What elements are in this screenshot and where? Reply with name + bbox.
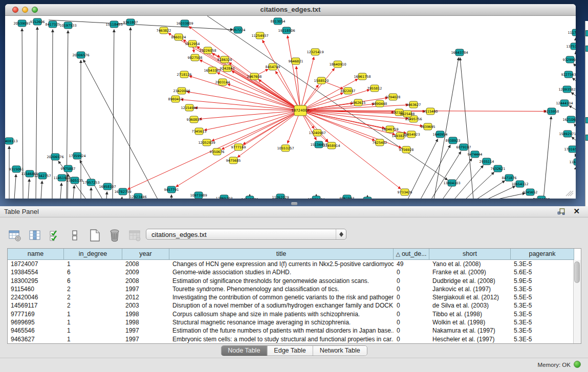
network-node[interactable]: 16543382 [204, 67, 221, 74]
citation-edge[interactable] [572, 137, 576, 140]
network-node[interactable]: 9329966 [563, 56, 576, 63]
column-header-out_de[interactable]: △out_de... [394, 249, 429, 260]
network-node[interactable]: 12865203 [215, 195, 232, 199]
network-node[interactable]: 8938923 [446, 137, 461, 144]
network-node[interactable]: 9115460 [423, 108, 438, 115]
citation-edge[interactable] [187, 92, 300, 111]
network-node[interactable]: 17359924 [69, 152, 85, 159]
network-node[interactable]: 8215958 [545, 108, 559, 115]
column-header-in_degree[interactable]: in_degree [64, 249, 122, 260]
citation-network-graph[interactable]: 1872400774638228660124591295423226058982… [5, 16, 576, 199]
import-table-icon[interactable] [127, 228, 142, 243]
select-rows-icon[interactable] [47, 228, 62, 243]
network-node[interactable]: 2718126 [177, 71, 192, 78]
table-selector-dropdown[interactable]: citations_edges.txt [146, 229, 346, 240]
float-panel-icon[interactable] [557, 208, 565, 215]
network-node[interactable]: 9227343 [561, 71, 576, 78]
network-node[interactable]: 12154944 [181, 104, 198, 111]
network-node[interactable]: 17957253 [82, 179, 99, 186]
citation-edge[interactable] [543, 116, 551, 199]
citation-edge[interactable] [288, 35, 300, 111]
citation-edge[interactable] [14, 174, 16, 199]
network-node[interactable]: 2935114 [480, 158, 494, 165]
network-node[interactable]: 15118493 [105, 21, 122, 28]
citation-edge[interactable] [434, 57, 459, 199]
network-node[interactable]: 17240987 [309, 129, 325, 136]
table-row[interactable]: 946554611997Estimation of the future num… [8, 326, 581, 335]
vertical-scrollbar[interactable] [573, 260, 581, 343]
citation-edge[interactable] [52, 29, 53, 199]
network-node[interactable]: 10408113 [5, 138, 18, 144]
close-panel-icon[interactable]: ✕ [573, 207, 580, 216]
tab-edge-table[interactable]: Edge Table [267, 346, 313, 356]
table-row[interactable]: 911546021997Tourette syndrome. Phenomeno… [8, 285, 581, 293]
row-height-icon[interactable] [67, 228, 82, 243]
citation-edge[interactable] [443, 159, 472, 199]
network-node[interactable]: 9794028 [386, 94, 401, 100]
citation-edge[interactable] [60, 183, 61, 199]
network-node[interactable]: 8471876 [502, 174, 517, 181]
network-node[interactable]: 9463627 [406, 101, 421, 108]
network-node[interactable]: 7625402 [373, 139, 387, 146]
table-row[interactable]: 946362711997Embryonic stem cells: a mode… [8, 335, 581, 343]
network-node[interactable]: 18640910 [329, 61, 346, 68]
network-node[interactable]: 11254937 [251, 32, 268, 39]
citation-edge[interactable] [574, 124, 576, 126]
citation-edge[interactable] [460, 57, 473, 199]
network-node[interactable]: 11175064 [568, 29, 576, 36]
citation-edge[interactable] [572, 78, 576, 81]
network-node[interactable]: 2803144 [215, 79, 230, 85]
citation-edge[interactable] [207, 16, 448, 180]
network-node[interactable]: 20306576 [72, 52, 89, 58]
network-node[interactable]: 9245652 [523, 189, 538, 195]
network-node[interactable]: 12439803 [533, 196, 550, 199]
table-row[interactable]: 2242004622012Investigating the contribut… [8, 293, 581, 301]
delete-table-icon[interactable] [107, 228, 122, 243]
citation-edge[interactable] [204, 111, 300, 130]
table-row[interactable]: 977716911998Corpus callosum shape and si… [8, 310, 581, 318]
network-node[interactable]: 13751074 [566, 43, 576, 50]
column-header-name[interactable]: name [8, 249, 64, 260]
network-node[interactable]: 15892971 [559, 130, 576, 137]
network-node[interactable]: 9152606 [30, 18, 45, 25]
network-node[interactable]: 7345613 [192, 128, 207, 135]
network-node[interactable]: 15069464 [308, 196, 324, 199]
citation-edge[interactable] [28, 179, 29, 199]
splitpane-handle[interactable] [291, 202, 297, 205]
network-node[interactable]: 7463822 [157, 27, 171, 34]
network-node[interactable]: 20206576 [47, 154, 63, 160]
network-node[interactable]: 10973989 [190, 192, 207, 199]
network-node[interactable]: 9756928 [399, 146, 414, 153]
citation-edge[interactable] [569, 105, 576, 110]
network-node[interactable]: 12052839 [198, 139, 215, 146]
network-node[interactable]: 5912954 [185, 40, 200, 47]
table-row[interactable]: 1938455462009Genome-wide association stu… [8, 268, 581, 276]
scrollbar-thumb[interactable] [574, 261, 580, 283]
network-node[interactable]: 19218506 [278, 27, 295, 34]
network-node[interactable]: 12444104 [556, 100, 573, 106]
column-header-short[interactable]: short [429, 249, 511, 260]
resize-grip[interactable] [564, 189, 574, 196]
network-node[interactable]: 12342757 [34, 172, 51, 179]
network-node[interactable]: 11262029 [272, 194, 289, 199]
citation-edge[interactable] [129, 27, 130, 199]
network-node[interactable]: 7632621 [491, 165, 506, 172]
network-node[interactable]: 10553257 [277, 145, 294, 151]
citation-edge[interactable] [83, 59, 158, 199]
citation-edge[interactable] [488, 186, 515, 199]
network-node[interactable]: 12325419 [307, 49, 323, 55]
column-header-year[interactable]: year [122, 249, 169, 260]
citation-edge[interactable] [122, 196, 122, 199]
citation-edge[interactable] [211, 111, 300, 141]
network-node[interactable]: 16643784 [451, 49, 468, 56]
network-node[interactable]: 12093582 [558, 86, 575, 93]
network-node[interactable]: 9360837 [187, 116, 202, 123]
column-header-pagerank[interactable]: pagerank [511, 249, 574, 260]
network-node[interactable]: 16958107 [99, 183, 116, 190]
citation-edge[interactable] [113, 29, 114, 199]
network-node[interactable]: 9457791 [164, 186, 179, 193]
table-row[interactable]: 969969511998Structural magnetic resonanc… [8, 318, 581, 326]
network-node[interactable]: 1588520 [314, 77, 329, 84]
network-node[interactable]: 16961758 [354, 73, 371, 80]
citation-edge[interactable] [466, 172, 494, 199]
